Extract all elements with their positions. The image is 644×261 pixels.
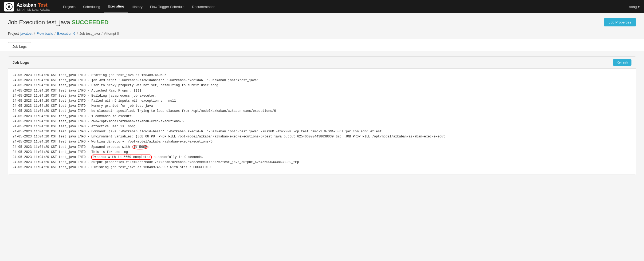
log-line: 24-05-2023 11:04:20 CST test_java INFO -… [13, 134, 631, 139]
log-line: 24-05-2023 11:04:20 CST test_java INFO -… [13, 109, 631, 114]
nav-projects[interactable]: Projects [59, 0, 79, 13]
breadcrumb-flow-name: basic [45, 31, 53, 35]
log-line: 24-05-2023 11:04:20 CST test_java INFO -… [13, 104, 631, 109]
log-line: 24-05-2023 11:04:20 CST test_java INFO -… [13, 78, 631, 83]
breadcrumb-execution-number: 6 [73, 31, 75, 35]
brand-text: Azkaban Test 3.84.4 My Local Azkaban [17, 2, 51, 11]
job-properties-button[interactable]: Job Properties [604, 18, 636, 26]
page-title: Job Execution test_java SUCCEEDED [8, 19, 109, 26]
log-line: 24-05-2023 11:04:20 CST test_java INFO -… [13, 129, 631, 134]
dropdown-icon: ▾ [638, 5, 640, 9]
log-line: 24-05-2023 11:04:20 CST test_java INFO -… [13, 88, 631, 93]
breadcrumb-job: Job test_java [80, 31, 100, 35]
panel-title: Job Logs [13, 60, 29, 65]
nav-flow-trigger[interactable]: Flow Trigger Schedule [146, 0, 188, 13]
log-line: 24-05-2023 11:04:20 CST test_java INFO -… [13, 165, 631, 170]
nav-links: Projects Scheduling Executing History Fl… [59, 0, 629, 13]
breadcrumb-attempt: Attempt 0 [104, 31, 119, 35]
log-line: 24-05-2023 11:04:20 CST test_java INFO -… [13, 119, 631, 124]
log-line: 24-05-2023 11:04:20 CST test_java INFO -… [13, 73, 631, 78]
breadcrumb-sep2: / [54, 31, 56, 35]
log-line: 24-05-2023 11:04:20 CST test_java INFO -… [13, 83, 631, 88]
nav-scheduling[interactable]: Scheduling [79, 0, 104, 13]
brand-logo [4, 2, 14, 11]
log-line: 24-05-2023 11:04:20 CST test_java INFO -… [13, 93, 631, 98]
title-status: SUCCEEDED [72, 19, 109, 26]
brand-test-label: Test [38, 2, 48, 8]
brand-subtitle: My Local Azkaban [28, 8, 51, 11]
breadcrumb: Project javatest / Flow basic / Executio… [0, 29, 644, 39]
log-line: 24-05-2023 11:04:20 CST test_java INFO -… [13, 98, 631, 104]
breadcrumb-flow-link[interactable]: Flow basic [37, 31, 53, 35]
breadcrumb-project-link[interactable]: javatest [20, 31, 32, 35]
log-line: 24-05-2023 11:04:20 CST test_java INFO -… [13, 160, 631, 165]
tab-container: Job Logs [0, 39, 644, 51]
tab-job-logs[interactable]: Job Logs [8, 42, 31, 51]
log-content: 24-05-2023 11:04:20 CST test_java INFO -… [8, 69, 636, 175]
title-prefix: Job Execution test_java [8, 19, 70, 26]
breadcrumb-sep3: / [77, 31, 78, 35]
user-menu[interactable]: song ▾ [629, 5, 640, 9]
breadcrumb-execution-link[interactable]: Execution 6 [57, 31, 75, 35]
brand-version: 3.84.4 [17, 8, 25, 11]
log-line: 24-05-2023 11:04:20 CST test_java INFO -… [13, 155, 631, 160]
brand-name: Azkaban [17, 2, 36, 8]
circle-annotation: id 5669 [132, 145, 148, 149]
log-line: 24-05-2023 11:04:20 CST test_java INFO -… [13, 139, 631, 144]
panel-heading: Job Logs Refresh [8, 57, 636, 69]
nav-history[interactable]: History [128, 0, 146, 13]
breadcrumb-flow-label: Flow [37, 31, 44, 35]
log-line: 24-05-2023 11:04:20 CST test_java INFO -… [13, 114, 631, 119]
brand-title: Azkaban Test [17, 2, 51, 8]
navbar: Azkaban Test 3.84.4 My Local Azkaban Pro… [0, 0, 644, 13]
breadcrumb-sep4: / [101, 31, 103, 35]
nav-executing[interactable]: Executing [104, 0, 128, 13]
log-line: 24-05-2023 11:04:20 CST test_java INFO -… [13, 124, 631, 129]
log-line: 24-05-2023 11:04:20 CST test_java INFO -… [13, 145, 631, 150]
nav-documentation[interactable]: Documentation [188, 0, 219, 13]
username: song [629, 5, 637, 9]
brand-container: Azkaban Test 3.84.4 My Local Azkaban [4, 2, 51, 11]
breadcrumb-sep1: / [34, 31, 35, 35]
refresh-button[interactable]: Refresh [613, 59, 631, 66]
page-header: Job Execution test_java SUCCEEDED Job Pr… [0, 13, 644, 29]
breadcrumb-execution-label: Execution [57, 31, 72, 35]
circle-annotation: Process with id 5669 completed [91, 155, 152, 160]
breadcrumb-project-label: Project [8, 31, 19, 35]
log-line: 24-05-2023 11:04:20 CST test_java INFO -… [13, 150, 631, 155]
job-logs-panel: Job Logs Refresh 24-05-2023 11:04:20 CST… [8, 56, 636, 175]
